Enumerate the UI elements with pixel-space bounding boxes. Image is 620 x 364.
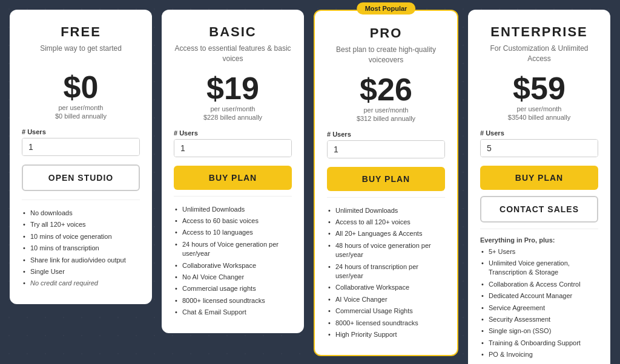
feature-item: Chat & Email Support bbox=[174, 307, 292, 318]
feature-item: Share link for audio/video output bbox=[22, 255, 140, 266]
plan-card-basic: BASICAccess to essential features & basi… bbox=[162, 10, 304, 333]
feature-item: 48 hours of voice generation per user/ye… bbox=[327, 240, 445, 261]
feature-item: No downloads bbox=[22, 207, 140, 219]
users-input-wrapper-basic: ▲ ▼ bbox=[174, 139, 292, 157]
plan-description-free: Simple way to get started bbox=[22, 44, 140, 63]
feature-item: No AI Voice Changer bbox=[174, 271, 292, 283]
feature-item: Unlimited Downloads bbox=[327, 205, 445, 216]
plan-period-basic: per user/month bbox=[174, 105, 292, 112]
feature-item: Collaborative Workspace bbox=[174, 260, 292, 271]
feature-item: Commercial usage rights bbox=[174, 283, 292, 294]
feature-item: Training & Onboarding Support bbox=[480, 337, 598, 349]
cta-button-enterprise[interactable]: BUY PLAN bbox=[480, 166, 598, 190]
divider-enterprise bbox=[480, 229, 598, 229]
users-input-basic[interactable] bbox=[174, 140, 292, 157]
cta-button-free[interactable]: OPEN STUDIO bbox=[22, 164, 140, 191]
users-label-basic: # Users bbox=[174, 129, 292, 137]
plan-description-basic: Access to essential features & basic voi… bbox=[174, 44, 292, 64]
users-input-free[interactable] bbox=[22, 138, 140, 155]
feature-item: Single User bbox=[22, 266, 140, 278]
plan-name-enterprise: ENTERPRISE bbox=[480, 24, 598, 40]
feature-item: 10 mins of voice generation bbox=[22, 231, 140, 242]
cta2-button-enterprise[interactable]: CONTACT SALES bbox=[480, 196, 598, 223]
plan-price-basic: $19 bbox=[174, 73, 292, 104]
cta-button-pro[interactable]: BUY PLAN bbox=[327, 167, 445, 191]
feature-item: Unlimited Downloads bbox=[174, 204, 292, 215]
feature-item: Commercial Usage Rights bbox=[327, 305, 445, 317]
feature-item: 10 mins of transcription bbox=[22, 242, 140, 254]
plan-price-pro: $26 bbox=[327, 74, 445, 105]
features-list-free: No downloadsTry all 120+ voices10 mins o… bbox=[22, 207, 140, 290]
feature-item: 8000+ licensed soundtracks bbox=[327, 317, 445, 329]
plan-card-free: FREESimple way to get started$0per user/… bbox=[10, 10, 152, 304]
users-label-pro: # Users bbox=[327, 131, 445, 138]
popular-badge: Most Popular bbox=[357, 2, 416, 15]
users-input-pro[interactable] bbox=[328, 141, 445, 158]
users-input-wrapper-enterprise: ▲ ▼ bbox=[480, 139, 598, 157]
feature-item: Deletion recovery bbox=[480, 361, 598, 365]
feature-item: Access to 60 basic voices bbox=[174, 215, 292, 227]
users-label-free: # Users bbox=[22, 128, 140, 135]
users-label-enterprise: # Users bbox=[480, 129, 598, 137]
feature-item: 24 hours of Voice generation per user/ye… bbox=[174, 239, 292, 260]
feature-item: AI Voice Changer bbox=[327, 294, 445, 305]
plan-card-pro: Most PopularPROBest plan to create high-… bbox=[314, 10, 458, 356]
plan-annual-pro: $312 billed annually bbox=[327, 115, 445, 122]
feature-item: Service Agreement bbox=[480, 302, 598, 314]
features-list-enterprise: 5+ UsersUnlimited Voice generation, Tran… bbox=[480, 246, 598, 364]
feature-item: Single sign-on (SSO) bbox=[480, 325, 598, 337]
feature-item: PO & Invoicing bbox=[480, 349, 598, 360]
divider-free bbox=[22, 200, 140, 200]
features-list-pro: Unlimited DownloadsAccess to all 120+ vo… bbox=[327, 205, 445, 341]
feature-item: Collaborative Workspace bbox=[327, 282, 445, 293]
plan-name-free: FREE bbox=[22, 24, 140, 40]
cta-button-basic[interactable]: BUY PLAN bbox=[174, 166, 292, 190]
plan-price-free: $0 bbox=[22, 71, 140, 103]
feature-item: Access to all 120+ voices bbox=[327, 216, 445, 228]
features-intro-enterprise: Everything in Pro, plus: bbox=[480, 236, 598, 244]
feature-item: No credit card required bbox=[22, 278, 140, 289]
users-input-wrapper-free: ▲ ▼ bbox=[22, 138, 140, 156]
feature-item: Try all 120+ voices bbox=[22, 219, 140, 230]
plan-name-pro: PRO bbox=[327, 25, 445, 41]
plan-card-enterprise: ENTERPRISEFor Customization & Unlimited … bbox=[468, 10, 610, 364]
divider-pro bbox=[327, 197, 445, 198]
plan-period-pro: per user/month bbox=[327, 106, 445, 114]
plan-description-enterprise: For Customization & Unlimited Access bbox=[480, 44, 598, 64]
plan-period-enterprise: per user/month bbox=[480, 105, 598, 112]
plan-annual-basic: $228 billed annually bbox=[174, 114, 292, 121]
feature-item: Unlimited Voice generation, Transcriptio… bbox=[480, 258, 598, 279]
feature-item: High Priority Support bbox=[327, 329, 445, 340]
feature-item: 24 hours of transcription per user/year bbox=[327, 261, 445, 282]
plan-period-free: per user/month bbox=[22, 104, 140, 111]
feature-item: Dedicated Account Manager bbox=[480, 290, 598, 302]
feature-item: 5+ Users bbox=[480, 246, 598, 258]
users-input-wrapper-pro: ▲ ▼ bbox=[327, 140, 445, 158]
plan-price-enterprise: $59 bbox=[480, 73, 598, 104]
features-list-basic: Unlimited DownloadsAccess to 60 basic vo… bbox=[174, 204, 292, 319]
plan-description-pro: Best plan to create high-quality voiceov… bbox=[327, 45, 445, 65]
divider-basic bbox=[174, 196, 292, 197]
plan-name-basic: BASIC bbox=[174, 24, 292, 40]
pricing-container: FREESimple way to get started$0per user/… bbox=[10, 10, 610, 364]
plan-annual-free: $0 billed annually bbox=[22, 112, 140, 120]
feature-item: Security Assessment bbox=[480, 314, 598, 325]
plan-annual-enterprise: $3540 billed annually bbox=[480, 114, 598, 121]
feature-item: 8000+ licensed soundtracks bbox=[174, 295, 292, 307]
feature-item: Access to 10 languages bbox=[174, 227, 292, 238]
feature-item: Collaboration & Access Control bbox=[480, 279, 598, 290]
feature-item: All 20+ Languages & Accents bbox=[327, 228, 445, 239]
users-input-enterprise[interactable] bbox=[481, 140, 598, 157]
